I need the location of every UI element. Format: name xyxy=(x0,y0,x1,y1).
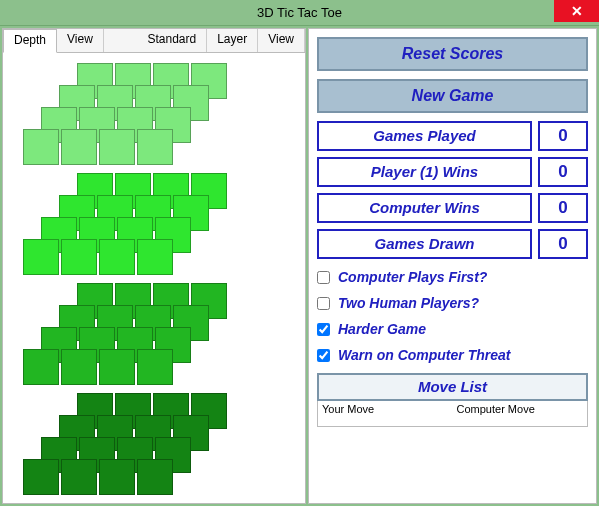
option-two-humans-label: Two Human Players? xyxy=(338,295,479,311)
label-player1-wins: Player (1) Wins xyxy=(317,157,532,187)
tile[interactable] xyxy=(137,239,173,275)
board-layer-0 xyxy=(23,63,283,171)
tile[interactable] xyxy=(99,239,135,275)
control-pane: Reset Scores New Game Games Played 0 Pla… xyxy=(308,28,597,504)
tile[interactable] xyxy=(99,129,135,165)
movelist-col-cpu: Computer Move xyxy=(453,401,588,426)
tab-standard[interactable]: Standard xyxy=(137,29,207,52)
board-pane: Depth View Standard Layer View xyxy=(2,28,306,504)
tile[interactable] xyxy=(137,129,173,165)
option-harder-game-label: Harder Game xyxy=(338,321,426,337)
board-layer-3 xyxy=(23,393,283,501)
checkbox-computer-first[interactable] xyxy=(317,271,330,284)
boards-container xyxy=(3,53,305,506)
movelist-col-your: Your Move xyxy=(318,401,453,426)
tile[interactable] xyxy=(99,349,135,385)
option-warn-threat[interactable]: Warn on Computer Threat xyxy=(317,347,588,363)
label-computer-wins: Computer Wins xyxy=(317,193,532,223)
option-computer-first-label: Computer Plays First? xyxy=(338,269,487,285)
window-title: 3D Tic Tac Toe xyxy=(257,5,342,20)
close-icon[interactable]: ✕ xyxy=(554,0,599,22)
tile[interactable] xyxy=(137,459,173,495)
board-layer-1 xyxy=(23,173,283,281)
option-harder-game[interactable]: Harder Game xyxy=(317,321,588,337)
new-game-button[interactable]: New Game xyxy=(317,79,588,113)
checkbox-harder-game[interactable] xyxy=(317,323,330,336)
tile[interactable] xyxy=(23,459,59,495)
value-games-drawn: 0 xyxy=(538,229,588,259)
tab-layer[interactable]: Layer xyxy=(207,29,258,52)
tab-depth[interactable]: Depth xyxy=(3,29,57,53)
tile[interactable] xyxy=(61,239,97,275)
tile[interactable] xyxy=(137,349,173,385)
label-games-played: Games Played xyxy=(317,121,532,151)
checkbox-two-humans[interactable] xyxy=(317,297,330,310)
label-games-drawn: Games Drawn xyxy=(317,229,532,259)
option-warn-threat-label: Warn on Computer Threat xyxy=(338,347,510,363)
tab-view-right[interactable]: View xyxy=(258,29,305,52)
tile[interactable] xyxy=(23,349,59,385)
tab-view-left[interactable]: View xyxy=(57,29,104,52)
tile[interactable] xyxy=(23,239,59,275)
tile[interactable] xyxy=(61,459,97,495)
titlebar: 3D Tic Tac Toe ✕ xyxy=(0,0,599,26)
option-two-humans[interactable]: Two Human Players? xyxy=(317,295,588,311)
value-player1-wins: 0 xyxy=(538,157,588,187)
board-layer-2 xyxy=(23,283,283,391)
value-computer-wins: 0 xyxy=(538,193,588,223)
tile[interactable] xyxy=(99,459,135,495)
reset-scores-button[interactable]: Reset Scores xyxy=(317,37,588,71)
tile[interactable] xyxy=(61,129,97,165)
tile[interactable] xyxy=(61,349,97,385)
movelist-header: Move List xyxy=(317,373,588,401)
checkbox-warn-threat[interactable] xyxy=(317,349,330,362)
value-games-played: 0 xyxy=(538,121,588,151)
tile[interactable] xyxy=(23,129,59,165)
option-computer-first[interactable]: Computer Plays First? xyxy=(317,269,588,285)
movelist-columns: Your Move Computer Move xyxy=(317,401,588,427)
